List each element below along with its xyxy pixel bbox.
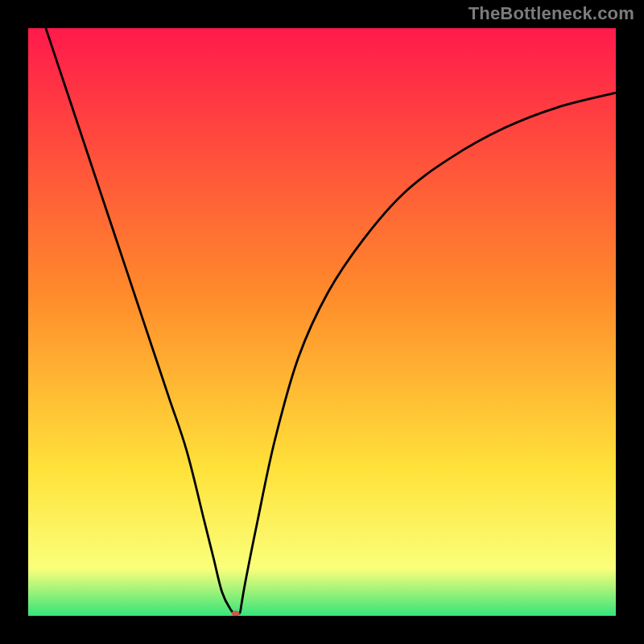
bottleneck-chart (28, 28, 616, 616)
gradient-background (28, 28, 616, 616)
watermark-text: TheBottleneck.com (469, 3, 634, 24)
plot-area (28, 28, 616, 616)
chart-frame: TheBottleneck.com (0, 0, 644, 644)
